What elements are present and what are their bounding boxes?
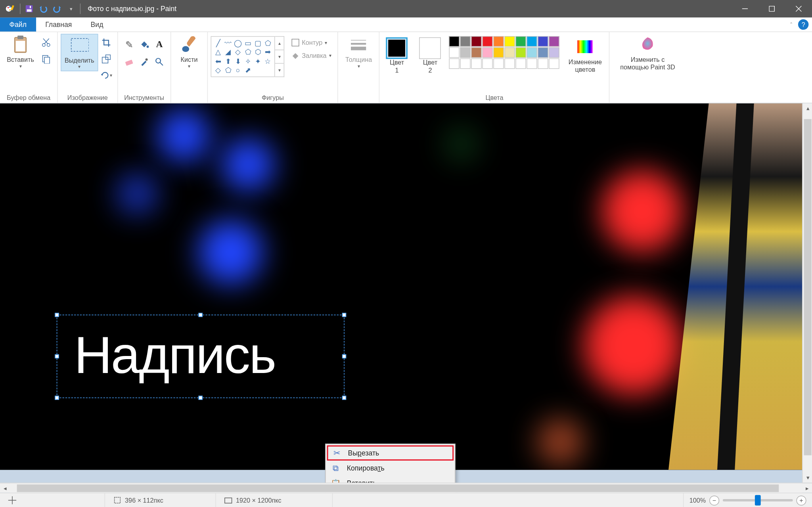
palette-color[interactable] [549, 36, 560, 47]
palette-color[interactable] [494, 47, 504, 58]
palette-color[interactable] [471, 47, 482, 58]
magnifier-icon[interactable] [153, 56, 165, 67]
palette-color[interactable] [516, 58, 527, 69]
zoom-level: 100% [689, 497, 706, 504]
close-button[interactable] [785, 0, 812, 17]
paint3d-button[interactable]: Изменить с помощью Paint 3D [613, 34, 683, 72]
palette-color[interactable] [460, 36, 471, 47]
svg-line-18 [43, 38, 48, 44]
collapse-ribbon-icon[interactable]: ˆ [787, 17, 796, 31]
palette-color[interactable] [494, 58, 504, 69]
tab-view[interactable]: Вид [81, 17, 113, 31]
palette-color[interactable] [505, 36, 515, 47]
palette-color[interactable] [527, 47, 538, 58]
ctx-cut[interactable]: ✂Вырезать [327, 446, 454, 461]
palette-color[interactable] [449, 47, 460, 58]
edit-colors-button[interactable]: Изменение цветов [564, 36, 606, 74]
minimize-button[interactable] [732, 0, 758, 17]
svg-point-16 [47, 44, 50, 46]
palette-color[interactable] [494, 36, 504, 47]
copy-icon[interactable] [40, 53, 52, 65]
shapes-gallery[interactable]: ╱〰◯▭▢⬠ △◢◇⬠⬡➡ ⬅⬆⬇✧✦☆ ◇⬠○⬈ [211, 36, 275, 77]
undo-icon[interactable] [37, 2, 50, 15]
size-icon [349, 35, 368, 54]
shapes-down-icon[interactable]: ▾ [275, 50, 284, 64]
help-icon[interactable]: ? [798, 19, 809, 30]
group-colors: Цвет 1 Цвет 2 Изменение цветов Цвета [380, 32, 610, 103]
group-shapes: ╱〰◯▭▢⬠ △◢◇⬠⬡➡ ⬅⬆⬇✧✦☆ ◇⬠○⬈ ▴ ▾ ▾ Контур▾ … [208, 32, 338, 103]
palette-color[interactable] [538, 36, 549, 47]
ctx-copy[interactable]: ⧉Копировать [327, 461, 454, 476]
svg-point-24 [147, 46, 149, 48]
palette-color[interactable] [460, 58, 471, 69]
text-icon[interactable]: A [153, 38, 165, 50]
svg-rect-22 [102, 57, 108, 63]
svg-rect-30 [292, 39, 299, 46]
horizontal-scrollbar[interactable]: ◂ ▸ [0, 483, 812, 493]
svg-line-17 [44, 38, 49, 44]
group-paint3d: Изменить с помощью Paint 3D [610, 32, 686, 103]
palette-color[interactable] [505, 58, 515, 69]
svg-rect-37 [115, 497, 121, 503]
svg-rect-25 [125, 59, 133, 66]
maximize-button[interactable] [758, 0, 785, 17]
group-clipboard: Вставить▾ Буфер обмена [0, 32, 58, 103]
tab-file[interactable]: Файл [0, 17, 36, 31]
palette-color[interactable] [483, 58, 493, 69]
palette-color[interactable] [471, 58, 482, 69]
palette-color[interactable] [460, 47, 471, 58]
customize-qat-icon[interactable]: ▾ [65, 2, 77, 15]
svg-rect-14 [16, 41, 25, 52]
canvas-area[interactable]: Надпись ✂Вырезать ⧉Копировать 📋Вставить … [0, 103, 812, 493]
palette-color[interactable] [549, 47, 560, 58]
svg-line-28 [160, 63, 163, 65]
palette-color[interactable] [516, 47, 527, 58]
selection-rectangle[interactable] [57, 315, 345, 398]
palette-color[interactable] [538, 58, 549, 69]
palette-color[interactable] [549, 58, 560, 69]
app-icon [5, 4, 15, 14]
palette-color[interactable] [538, 47, 549, 58]
tab-home[interactable]: Главная [36, 17, 81, 31]
palette-color[interactable] [449, 58, 460, 69]
palette-color[interactable] [516, 36, 527, 47]
palette-color[interactable] [471, 36, 482, 47]
color2-button[interactable]: Цвет 2 [416, 36, 444, 75]
shapes-more-icon[interactable]: ▾ [275, 64, 284, 77]
select-button[interactable]: Выделить▾ [61, 34, 98, 71]
palette-color[interactable] [527, 36, 538, 47]
edit-colors-icon [576, 37, 594, 56]
eyedropper-icon[interactable] [138, 56, 150, 67]
svg-point-0 [6, 6, 12, 12]
zoom-out-button[interactable]: − [709, 495, 719, 505]
vertical-scrollbar[interactable]: ▴ ▾ [802, 103, 812, 483]
palette-color[interactable] [483, 47, 493, 58]
shapes-up-icon[interactable]: ▴ [275, 37, 284, 50]
eraser-icon[interactable] [123, 56, 135, 67]
resize-icon[interactable] [100, 53, 112, 65]
paste-button[interactable]: Вставить▾ [3, 34, 38, 70]
pencil-icon[interactable]: ✎ [123, 38, 135, 50]
palette-color[interactable] [527, 58, 538, 69]
crop-icon[interactable] [100, 37, 112, 48]
zoom-in-button[interactable]: + [796, 495, 806, 505]
save-icon[interactable] [23, 2, 35, 15]
canvas-image[interactable]: Надпись [0, 103, 803, 470]
svg-rect-7 [30, 6, 31, 8]
fill-button[interactable]: Заливка▾ [288, 49, 335, 62]
cut-icon[interactable] [40, 37, 52, 48]
color1-button[interactable]: Цвет 1 [383, 36, 411, 75]
status-bar: 396 × 112пкс 1920 × 1200пкс 100% − + [0, 493, 812, 507]
redo-icon[interactable] [51, 2, 63, 15]
brushes-button[interactable]: Кисти▾ [174, 34, 205, 70]
svg-point-3 [9, 9, 11, 11]
palette-color[interactable] [505, 47, 515, 58]
brush-icon [180, 35, 199, 54]
size-button[interactable]: Толщина▾ [341, 34, 376, 70]
zoom-slider[interactable] [723, 499, 793, 501]
rotate-icon[interactable]: ▾ [100, 69, 112, 81]
outline-button[interactable]: Контур▾ [288, 36, 335, 49]
bucket-icon[interactable] [138, 38, 150, 50]
palette-color[interactable] [483, 36, 493, 47]
palette-color[interactable] [449, 36, 460, 47]
